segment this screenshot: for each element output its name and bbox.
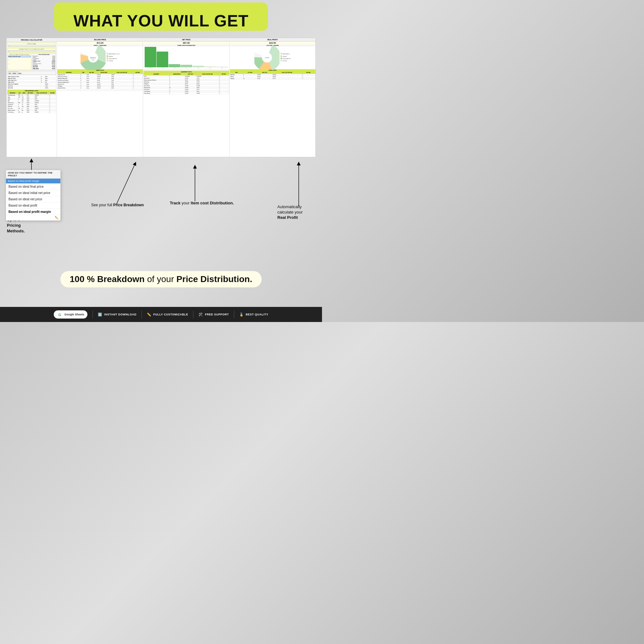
col-unit-price: UNIT PRICE <box>26 92 34 94</box>
real-profit-header: REAL PROFIT <box>230 38 315 42</box>
real-profit-panel: REAL PROFIT $22.50 COST BREAKDOWN OTHER … <box>230 38 315 157</box>
col-per: PER UNIT <box>49 92 56 94</box>
price-breakdown-chart: PROFIT 0.5% MATERIALS 12.5% LABOR EQUIPM… <box>57 47 143 69</box>
final-price-val: $ 74.25 <box>44 68 55 69</box>
divider-1 <box>92 311 93 318</box>
net-price-value: $67.50 <box>143 42 229 44</box>
svg-text:G: G <box>58 313 61 317</box>
customizable-label: FULLY CUSTOMIZABLE <box>153 313 188 316</box>
svg-line-14 <box>116 164 135 204</box>
bottom-bar: G Google Sheets ⬇️ INSTANT DOWNLOAD ✏️ F… <box>0 307 322 322</box>
define-price-label[interactable]: HOW DO YOU WANT TO DEFINE THE PRICE? <box>8 54 31 55</box>
setup-option-label: SETUP PRICE OPTION <box>8 71 18 73</box>
final-price-label: FINAL PRICE <box>33 68 44 69</box>
edit-icon[interactable]: ✏️ <box>6 215 60 220</box>
dropdown-item-initial-net[interactable]: Based on ideal initial net price <box>6 190 60 196</box>
col-total: TOTAL COST PER UNIT <box>34 92 49 94</box>
cost-breakdown-chart: OTHER MATERIALS LABOR EQUIPMENTS OTHER <box>230 47 315 69</box>
product-name-label: PRODUCT NAME <box>8 43 55 45</box>
google-sheets-badge: G Google Sheets <box>54 310 87 319</box>
breakdown-pill: 100 % Breakdown of your Price Distributi… <box>60 271 262 287</box>
col-materials: MATERIALS <box>8 92 18 94</box>
option-order[interactable]: ORDER <box>12 73 17 74</box>
net-price-header: NET PRICE <box>143 38 229 42</box>
support-icon: 🛠️ <box>198 313 203 317</box>
track-annotation: Track your Item cost Distribution. <box>170 201 234 206</box>
dropdown-item-margin[interactable]: Based on ideal profit margin <box>6 209 60 215</box>
dropdown-item-net-price[interactable]: Based on ideal net price <box>6 196 60 203</box>
items-cost-chart: Granulated Eggs Butter Milk Vanilla Veg … <box>143 47 229 70</box>
medal-icon: 🏅 <box>239 313 244 317</box>
selling-price-panel: SELLING PRICE $74.25 PRICE BREAKDOWN PRO… <box>57 38 143 157</box>
google-sheets-label: Google Sheets <box>64 313 84 316</box>
spreadsheet-container: PRICING CALCULATOR PRODUCT NAME HOW MANY… <box>6 38 316 157</box>
svg-text:OTHER: OTHER <box>265 57 269 58</box>
svg-text:PROFIT: PROFIT <box>90 57 96 59</box>
free-support-label: FREE SUPPORT <box>205 313 229 316</box>
pricing-calculator-panel: PRICING CALCULATOR PRODUCT NAME HOW MANY… <box>7 38 57 157</box>
option-other[interactable]: OTHER <box>17 73 22 74</box>
bottom-breakdown-section: 100 % Breakdown of your Price Distributi… <box>0 271 322 287</box>
dropdown-item-profit[interactable]: Based on ideal profit <box>6 203 60 209</box>
divider-3 <box>193 311 193 318</box>
dropdown-item-final-price[interactable]: Based on ideal final price <box>6 184 60 190</box>
col-units: UNITS <box>21 92 26 94</box>
col-qty: QTY <box>18 92 22 94</box>
price-breakdown-header: PRICE BREAKDOWN <box>33 54 55 55</box>
instant-download-label: INSTANT DOWNLOAD <box>104 313 136 316</box>
pricing-calc-header: PRICING CALCULATOR <box>7 38 57 42</box>
define-price-value[interactable]: Based on ideal profit margin <box>8 56 31 57</box>
svg-text:0.5%: 0.5% <box>92 59 95 61</box>
download-icon: ⬇️ <box>98 313 103 317</box>
field-tax: SALES TAX <box>8 87 41 89</box>
page-title: WHAT YOU WILL GET <box>0 6 322 29</box>
instant-download-badge: ⬇️ INSTANT DOWNLOAD <box>98 313 136 317</box>
divider-4 <box>234 311 234 318</box>
free-support-badge: 🛠️ FREE SUPPORT <box>198 313 229 317</box>
dropdown-selected: Based on ideal profit margin <box>6 179 60 184</box>
net-price-panel: NET PRICE $67.50 ITEMS COSTS DISTRIBUTIO… <box>143 38 229 157</box>
best-quality-label: BEST QUALITY <box>246 313 268 316</box>
edit-icon: ✏️ <box>147 313 152 317</box>
pricing-method-dropdown[interactable]: HOW DO YOU WANT TO DEFINE THE PRICE? Bas… <box>6 170 61 221</box>
option-ers[interactable]: ERS <box>8 73 11 74</box>
customizable-badge: ✏️ FULLY CUSTOMIZABLE <box>147 313 188 317</box>
items-costs-header: ITEMS COSTS DISTRIBUTION <box>143 44 229 47</box>
dropdown-question: HOW DO YOU WANT TO DEFINE THE PRICE? <box>6 170 60 179</box>
auto-calc-annotation: Automaticallycalculate yourReal Profit <box>277 204 315 220</box>
best-quality-badge: 🏅 BEST QUALITY <box>239 313 269 317</box>
see-breakdown-annotation: See your full Price Breakdown <box>91 203 144 208</box>
selling-price-header: SELLING PRICE <box>57 38 143 42</box>
real-profit-value: $22.50 <box>230 42 315 44</box>
google-sheets-icon: G <box>57 312 63 317</box>
batch-label: HOW MANY PRODUCT DO YOU CREATE WITH 1 BA… <box>8 49 55 50</box>
header-section: WHAT YOU WILL GET <box>0 0 322 29</box>
selling-price-value: $74.25 <box>57 42 143 44</box>
